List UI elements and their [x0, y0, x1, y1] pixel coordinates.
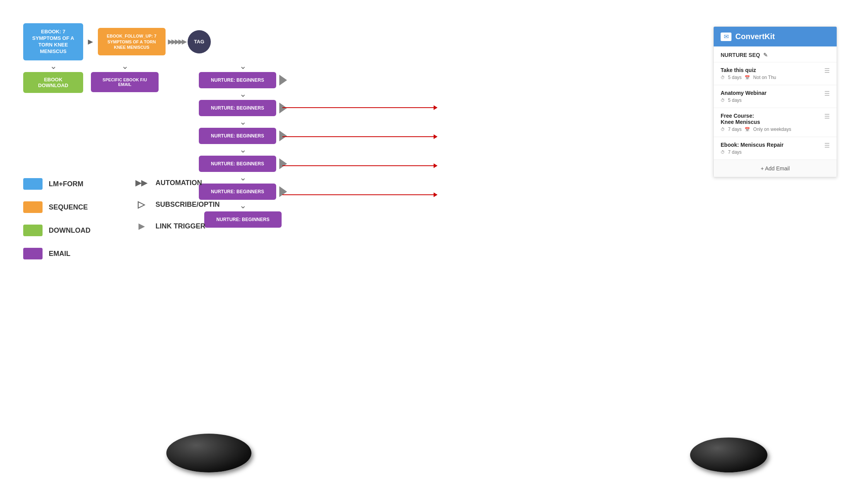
red-arrowhead-1 — [434, 105, 437, 110]
red-arrow-1 — [282, 107, 437, 108]
link-trigger-arrow-icon: ▶ — [132, 221, 151, 231]
play-btn-4[interactable] — [279, 158, 287, 169]
ck-email-restriction-3: Only on weekdays — [753, 127, 791, 132]
red-arrow-2 — [282, 136, 437, 137]
nurture-block-2[interactable]: NURTURE: BEGINNERS — [199, 100, 276, 116]
legend-label-download: DOWNLOAD — [49, 227, 91, 235]
nurture-block-1[interactable]: NURTURE: BEGINNERS — [199, 72, 276, 88]
legend-left: LM+FORM SEQUENCE DOWNLOAD EMAIL — [23, 178, 91, 271]
ck-email-content-4: Ebook: Meniscus Repair ⏱ 7 days — [721, 142, 821, 155]
arrow-right-1: ► — [86, 37, 95, 47]
ck-email-content-2: Anatomy Webinar ⏱ 5 days — [721, 90, 821, 103]
ck-email-content-3: Free Course:Knee Meniscus ⏱ 7 days 📅 Onl… — [721, 113, 821, 132]
legend-color-purple — [23, 248, 43, 259]
nurture-row-1: NURTURE: BEGINNERS — [199, 72, 287, 88]
col-specific: ⌄ SPECIFIC EBOOK F/U EMAIL — [91, 60, 159, 92]
ck-email-content-1: Take this quiz ⏱ 5 days 📅 Not on Thu — [721, 67, 821, 80]
ck-email-days-2: 5 days — [728, 98, 742, 103]
menu-icon-4[interactable]: ☰ — [824, 142, 830, 149]
ck-email-restriction-1: Not on Thu — [753, 75, 776, 80]
legend-sequence: SEQUENCE — [23, 201, 91, 213]
menu-icon-1[interactable]: ☰ — [824, 67, 830, 74]
ck-email-name-1: Take this quiz — [721, 67, 821, 73]
legend-label-subscribe: SUBSCRIBE/OPTIN — [155, 201, 220, 209]
ck-email-days-3: 7 days — [728, 127, 742, 132]
ck-email-meta-3: ⏱ 7 days 📅 Only on weekdays — [721, 127, 821, 132]
ck-email-item-2[interactable]: Anatomy Webinar ⏱ 5 days ☰ — [714, 85, 837, 108]
legend-label-link-trigger: LINK TRIGGER — [155, 222, 205, 230]
clock-icon-1: ⏱ — [721, 75, 725, 80]
legend-color-orange — [23, 201, 43, 213]
arrow-down-nurture-4: ⌄ — [239, 173, 246, 182]
clock-icon-3: ⏱ — [721, 127, 725, 132]
node-tag: TAG — [188, 30, 211, 53]
convertkit-logo-icon — [721, 33, 731, 41]
legend-automation: ▶▶ AUTOMATION — [132, 178, 220, 187]
clock-icon-2: ⏱ — [721, 98, 725, 103]
calendar-icon-1: 📅 — [745, 75, 750, 80]
red-arrowhead-2 — [434, 134, 437, 139]
arrow-down-specific: ⌄ — [121, 62, 128, 70]
ck-email-days-4: 7 days — [728, 149, 742, 155]
double-arrow: ▶▶▶▶▶ — [168, 38, 185, 45]
nurture-row-4: NURTURE: BEGINNERS — [199, 156, 287, 172]
automation-arrow-icon: ▶▶ — [132, 178, 151, 187]
ck-email-name-3: Free Course:Knee Meniscus — [721, 113, 821, 125]
legend-lm-form: LM+FORM — [23, 178, 91, 190]
ck-email-name-2: Anatomy Webinar — [721, 90, 821, 96]
nurture-row-3: NURTURE: BEGINNERS — [199, 128, 287, 144]
legend-label-sequence: SEQUENCE — [49, 203, 88, 211]
ck-header: ConvertKit — [714, 27, 837, 46]
legend-download: DOWNLOAD — [23, 225, 91, 236]
play-btn-5[interactable] — [279, 186, 287, 197]
legend-subscribe: ▷ SUBSCRIBE/OPTIN — [132, 199, 220, 210]
menu-icon-2[interactable]: ☰ — [824, 90, 830, 97]
legend-label-lm-form: LM+FORM — [49, 180, 84, 188]
arrow-down-nurture-3: ⌄ — [239, 146, 246, 154]
calendar-icon-3: 📅 — [745, 127, 750, 132]
ck-email-meta-2: ⏱ 5 days — [721, 98, 821, 103]
nurture-block-3[interactable]: NURTURE: BEGINNERS — [199, 128, 276, 144]
play-btn-1[interactable] — [279, 75, 287, 86]
node-download: EBOOK DOWNLOAD — [23, 72, 83, 93]
ck-seq-title-text: NURTURE SEQ — [721, 52, 760, 58]
legend-color-green — [23, 225, 43, 236]
col-green: ⌄ EBOOK DOWNLOAD — [23, 60, 83, 93]
red-arrow-4 — [282, 194, 437, 195]
red-arrowhead-3 — [434, 163, 437, 168]
clock-icon-4: ⏱ — [721, 150, 725, 154]
ck-email-item-3[interactable]: Free Course:Knee Meniscus ⏱ 7 days 📅 Onl… — [714, 108, 837, 137]
top-chain: EBOOK: 7 SYMPTOMS OF A TORN KNEE MENISCU… — [23, 23, 287, 60]
legend-label-email: EMAIL — [49, 250, 70, 258]
play-btn-3[interactable] — [279, 130, 287, 141]
node-ebook: EBOOK: 7 SYMPTOMS OF A TORN KNEE MENISCU… — [23, 23, 83, 60]
ck-email-name-4: Ebook: Meniscus Repair — [721, 142, 821, 148]
arrow-down-nurture-1: ⌄ — [239, 90, 246, 98]
legend-label-automation: AUTOMATION — [155, 179, 202, 187]
ck-header-title: ConvertKit — [735, 32, 775, 41]
add-email-button[interactable]: + Add Email — [714, 160, 837, 177]
ck-email-days-1: 5 days — [728, 75, 742, 80]
ck-email-meta-1: ⏱ 5 days 📅 Not on Thu — [721, 75, 821, 80]
arrow-down-nurture-0: ⌄ — [239, 62, 246, 70]
legend-email: EMAIL — [23, 248, 91, 259]
ck-email-item-1[interactable]: Take this quiz ⏱ 5 days 📅 Not on Thu ☰ — [714, 62, 837, 85]
convertkit-panel: ConvertKit NURTURE SEQ ✎ Take this quiz … — [713, 26, 837, 177]
subscribe-arrow-icon: ▷ — [132, 199, 151, 210]
nurture-row-2: NURTURE: BEGINNERS — [199, 100, 287, 116]
menu-icon-3[interactable]: ☰ — [824, 113, 830, 120]
arrow-down-nurture-5: ⌄ — [239, 201, 246, 210]
ck-email-item-4[interactable]: Ebook: Meniscus Repair ⏱ 7 days ☰ — [714, 137, 837, 160]
red-arrowhead-4 — [434, 192, 437, 197]
nurture-block-4[interactable]: NURTURE: BEGINNERS — [199, 156, 276, 172]
legend-right: ▶▶ AUTOMATION ▷ SUBSCRIBE/OPTIN ▶ LINK T… — [132, 178, 220, 242]
legend-color-blue — [23, 178, 43, 190]
arrow-down-green: ⌄ — [50, 62, 57, 70]
edit-icon[interactable]: ✎ — [763, 52, 768, 58]
stone-1 — [166, 434, 251, 472]
ck-email-meta-4: ⏱ 7 days — [721, 149, 821, 155]
node-specific-email: SPECIFIC EBOOK F/U EMAIL — [91, 72, 159, 92]
red-arrow-3 — [282, 165, 437, 166]
arrow-down-nurture-2: ⌄ — [239, 118, 246, 126]
stone-2 — [690, 438, 767, 472]
